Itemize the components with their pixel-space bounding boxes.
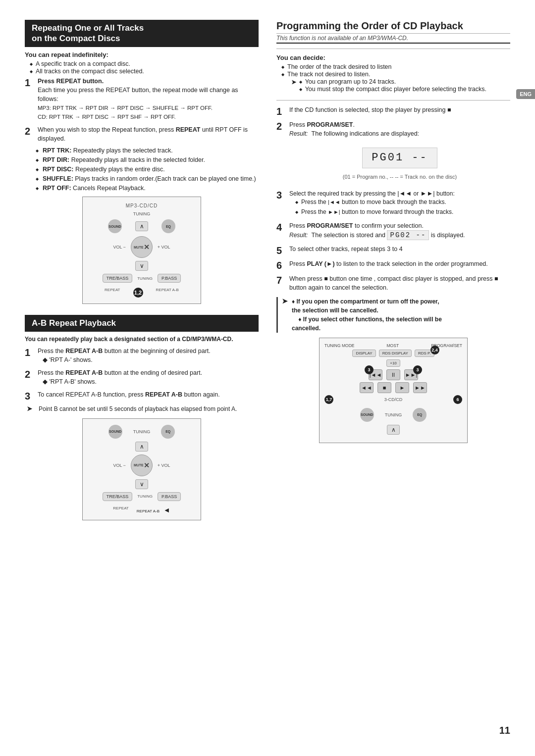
ab-intro: You can repeatedly play back a designate… xyxy=(25,336,259,343)
arrow-sym: ➤ xyxy=(27,405,36,412)
cd-top-label-1: TUNING MODE xyxy=(324,343,354,348)
remote2-vol-plus: + VOL xyxy=(158,463,170,468)
remote-vol-minus: VOL − xyxy=(113,245,125,250)
cd-next-wrap: ►►| 3 xyxy=(404,369,418,380)
cd-bottom-badges: 1,7 3-CD/CD 6 xyxy=(324,395,462,404)
remote-mute-btn: MUTE ✕ xyxy=(131,236,153,258)
ab-step-2: 2 Press the REPEAT A-B button at the end… xyxy=(25,368,259,386)
step1-number: 1 xyxy=(25,78,34,88)
badge-2-4: 2,4 xyxy=(430,346,439,354)
cd-row2: DISPLAY RDS DISPLAY RDS P. 2,4 xyxy=(324,350,462,357)
cd-knob-row: SOUND TUNING EQ xyxy=(324,408,462,422)
cd-tuning-label: TUNING xyxy=(385,412,402,417)
cd-3cdcd-label: 3-CD/CD xyxy=(384,397,403,402)
prog-step-5: 5 To select other tracks, repeat steps 3… xyxy=(276,245,510,255)
prog-step-7: 7 When press ■ button one time , compact… xyxy=(276,274,510,292)
remote2-bottom-btns: REPEAT REPEAT A-B ◄ xyxy=(113,506,170,514)
repeat-label: REPEAT xyxy=(105,288,120,292)
cd-row-plus10: +10 xyxy=(324,359,462,367)
prog-step6-num: 6 xyxy=(276,260,285,270)
badge-1-2: 1,2 xyxy=(133,288,143,298)
cd-sound-label: SOUND xyxy=(361,413,373,416)
up-btn: ∧ xyxy=(135,221,148,231)
page-number: 11 xyxy=(499,725,510,736)
remote2-row-bass: TRE/BASS TUNING P.BASS xyxy=(103,492,181,501)
prog-step4-content: Press PROGRAM/SET to confirm your select… xyxy=(289,221,510,240)
pg-note: (01 = Program no., -- -- = Track no. on … xyxy=(289,173,510,181)
repeat-step-1: 1 Press REPEAT button. Each time you pre… xyxy=(25,77,259,122)
prog-step-2: 2 Press PROGRAM/SET. Result: The followi… xyxy=(276,120,510,185)
sound-knob: SOUND xyxy=(108,219,122,233)
remote-pbass: P.BASS xyxy=(158,274,181,283)
pg-display-2: PG02 -- xyxy=(387,230,429,240)
badge-3-right: 3 xyxy=(413,365,422,374)
programming-section-header: Programming the Order of CD Playback Thi… xyxy=(276,20,510,44)
repeat-step-2: 2 When you wish to stop the Repeat funct… xyxy=(25,125,259,143)
warning-block: ➤ ♦ If you open the compartment or turn … xyxy=(276,297,510,333)
ab-step2-content: Press the REPEAT A-B button at the endin… xyxy=(38,368,259,386)
cd-rds-p-wrap: RDS P. 2,4 xyxy=(415,350,434,357)
ab-step1-num: 1 xyxy=(25,348,34,357)
arrow-note-sym: ➤ xyxy=(291,79,296,86)
repeat-ab-label: REPEAT A-B xyxy=(156,288,179,292)
badge-6: 6 xyxy=(453,395,462,404)
remote-tre-bass: TRE/BASS xyxy=(103,274,133,283)
down-btn: ∨ xyxy=(135,261,148,271)
prog-step-6: 6 Press PLAY (►) to listen to the track … xyxy=(276,259,510,270)
down-btn-2: ∨ xyxy=(135,479,148,489)
prog-step3-num: 3 xyxy=(276,190,285,200)
divider-2 xyxy=(276,100,510,101)
can-decide-list: The order of the track desired to listen… xyxy=(276,63,510,95)
ab-step-1: 1 Press the REPEAT A-B button at the beg… xyxy=(25,347,259,364)
cd-rds-display-btn: RDS DISPLAY xyxy=(379,350,412,357)
cd-top-row: TUNING MODE MOST PROGRAM/SET xyxy=(324,343,462,348)
step2-content: When you wish to stop the Repeat functio… xyxy=(38,125,259,143)
eq-knob-2: EQ xyxy=(161,425,175,439)
can-decide-1: The order of the track desired to listen xyxy=(281,63,510,70)
cd-row-prev-pause-next: |◄◄ 3 II ►►| 3 xyxy=(324,369,462,380)
cd-sound-knob: SOUND xyxy=(360,408,374,422)
prog-step-3: 3 Select the required track by pressing … xyxy=(276,189,510,218)
cd-rwd-btn: ◄◄ xyxy=(360,382,374,393)
divider-1 xyxy=(276,49,510,49)
remote-repeat-ab-label: REPEAT A-B xyxy=(156,288,179,298)
warning-text: ♦ If you open the compartment or turn of… xyxy=(292,297,442,333)
remote2-repeat-ab-label: REPEAT A-B ◄ xyxy=(137,506,170,514)
remote-bottom-btns: REPEAT 1,2 REPEAT A-B xyxy=(105,288,179,298)
remote2-mute-btn: MUTE ✕ xyxy=(131,454,153,476)
mute-icon-2: ✕ xyxy=(144,461,150,469)
pg-display-wrap: PG01 -- xyxy=(289,144,510,172)
remote-tuning-label: TUNING xyxy=(133,211,151,216)
left-column: Repeating One or All Tracks on the Compa… xyxy=(25,20,259,525)
ab-section-header: A-B Repeat Playback xyxy=(25,315,259,331)
remote-tuning-label2: TUNING xyxy=(137,276,153,281)
down-btn-wrap: ∨ xyxy=(127,261,157,271)
mute-icon: ✕ xyxy=(144,243,150,251)
programming-subtitle: This function is not available of an MP3… xyxy=(276,33,510,42)
can-decide-sub-list: You can program up to 24 tracks. You mus… xyxy=(298,78,486,93)
can-decide-4: You must stop the compact disc player be… xyxy=(299,86,486,93)
cd-up-btn: ∧ xyxy=(387,425,400,435)
remote2-tuning: TUNING xyxy=(133,429,151,434)
rpt-dir: RPT DIR: Repeatedly plays all tracks in … xyxy=(36,156,259,163)
step1-sub: Each time you press the REPEAT button, t… xyxy=(38,87,238,102)
cd-diagram: TUNING MODE MOST PROGRAM/SET DISPLAY RDS… xyxy=(319,338,468,443)
warning-arrow: ➤ xyxy=(282,297,288,305)
right-column: Programming the Order of CD Playback Thi… xyxy=(276,20,510,525)
prog-step4-num: 4 xyxy=(276,222,285,232)
cd-top-label-2: MOST xyxy=(387,343,399,348)
step4-result-label: Result: xyxy=(289,232,308,239)
ab-title: A-B Repeat Playback xyxy=(32,318,116,328)
remote-vol-plus: + VOL xyxy=(158,245,170,250)
up-btn-2: ∧ xyxy=(135,442,148,452)
prog-step3-content: Select the required track by pressing th… xyxy=(289,189,510,218)
can-repeat-list: A specific track on a compact disc. All … xyxy=(25,60,259,75)
remote2-row-vol: VOL − MUTE ✕ + VOL xyxy=(113,454,170,476)
step4-result-text: The selection is stored and xyxy=(312,232,385,239)
prog-step6-content: Press PLAY (►) to listen to the track se… xyxy=(289,259,510,268)
step5-text: To select other tracks, repeat steps 3 t… xyxy=(289,246,403,252)
cd-row-up: ∧ xyxy=(324,425,462,435)
step2-result-label: Result: xyxy=(289,130,308,137)
prog-step-4: 4 Press PROGRAM/SET to confirm your sele… xyxy=(276,221,510,240)
step2-result-text: The following indications are displayed: xyxy=(312,130,420,137)
